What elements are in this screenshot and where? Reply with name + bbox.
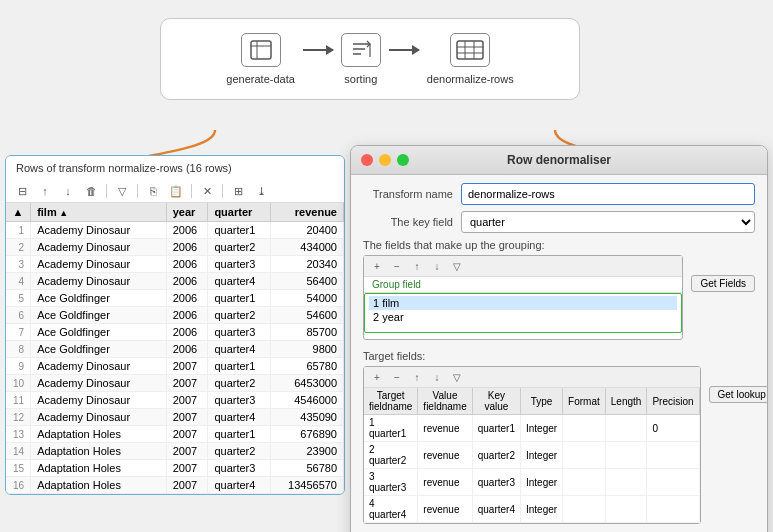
key-field-select[interactable]: quarter [461, 211, 755, 233]
target-cell: 1 quarter1 [364, 415, 418, 442]
target-cell: Integer [520, 415, 562, 442]
traffic-lights [361, 154, 409, 166]
target-cell [605, 496, 647, 523]
group-item-year[interactable]: 2 year [369, 310, 677, 324]
toolbar-export-btn[interactable]: ⤓ [251, 182, 271, 200]
tl-close[interactable] [361, 154, 373, 166]
table-cell: 435090 [270, 409, 343, 426]
group-list-box[interactable]: 1 film 2 year [364, 293, 682, 333]
table-row: 1Academy Dinosaur2006quarter120400 [6, 222, 344, 239]
toolbar-settings-btn[interactable]: ⊞ [228, 182, 248, 200]
dialog-title: Row denormaliser [507, 153, 611, 167]
toolbar-sep-2 [137, 184, 138, 198]
col-film[interactable]: film [31, 203, 167, 222]
table-cell: 2007 [166, 477, 208, 494]
target-row: 1 quarter1revenuequarter1Integer0 [364, 415, 699, 442]
col-year[interactable]: year [166, 203, 208, 222]
table-cell: 2007 [166, 409, 208, 426]
target-table-scroll[interactable]: Target fieldname Value fieldname Key val… [364, 388, 700, 523]
group-item-film[interactable]: 1 film [369, 296, 677, 310]
target-cell [647, 442, 699, 469]
table-cell: 10 [6, 375, 31, 392]
table-cell: 2006 [166, 341, 208, 358]
table-cell: Academy Dinosaur [31, 239, 167, 256]
table-row: 14Adaptation Holes2007quarter223900 [6, 443, 344, 460]
group-add-btn[interactable]: + [368, 258, 386, 274]
table-cell: 13456570 [270, 477, 343, 494]
table-cell: Ace Goldfinger [31, 324, 167, 341]
target-add-btn[interactable]: + [368, 369, 386, 385]
col-revenue[interactable]: revenue [270, 203, 343, 222]
target-cell [563, 496, 606, 523]
get-fields-btn[interactable]: Get Fields [691, 275, 755, 292]
table-cell: 2007 [166, 358, 208, 375]
node-sorting-label: sorting [344, 73, 377, 85]
table-cell: 23900 [270, 443, 343, 460]
target-table: Target fieldname Value fieldname Key val… [364, 388, 700, 523]
table-cell: Adaptation Holes [31, 443, 167, 460]
generate-data-icon [241, 33, 281, 67]
table-cell: 9800 [270, 341, 343, 358]
get-lookup-btn[interactable]: Get lookup fields [709, 386, 768, 403]
table-cell: 9 [6, 358, 31, 375]
table-cell: 54600 [270, 307, 343, 324]
table-cell: quarter2 [208, 375, 271, 392]
table-cell: 14 [6, 443, 31, 460]
toolbar-filter-btn[interactable]: ⊟ [12, 182, 32, 200]
node-sorting[interactable]: sorting [341, 33, 381, 85]
table-cell: quarter1 [208, 222, 271, 239]
table-cell: Academy Dinosaur [31, 375, 167, 392]
table-cell: quarter3 [208, 324, 271, 341]
table-cell: 5 [6, 290, 31, 307]
table-cell: 7 [6, 324, 31, 341]
table-cell: 4546000 [270, 392, 343, 409]
table-cell: 65780 [270, 358, 343, 375]
table-cell: quarter3 [208, 460, 271, 477]
toolbar-up-btn[interactable]: ↑ [35, 182, 55, 200]
table-cell: 2006 [166, 324, 208, 341]
target-toolbar: + − ↑ ↓ ▽ [364, 367, 700, 388]
toolbar-copy-btn[interactable]: ⎘ [143, 182, 163, 200]
table-cell: Academy Dinosaur [31, 256, 167, 273]
group-filter-btn[interactable]: ▽ [448, 258, 466, 274]
table-cell: 2007 [166, 443, 208, 460]
tl-minimize[interactable] [379, 154, 391, 166]
toolbar-close-btn[interactable]: ✕ [197, 182, 217, 200]
target-label: Target fields: [363, 350, 755, 362]
table-cell: quarter4 [208, 273, 271, 290]
transform-name-row: Transform name [363, 183, 755, 205]
transform-name-input[interactable] [461, 183, 755, 205]
toolbar-funnel-btn[interactable]: ▽ [112, 182, 132, 200]
target-section: + − ↑ ↓ ▽ Target fieldname Value fieldna… [363, 366, 755, 530]
target-filter-btn[interactable]: ▽ [448, 369, 466, 385]
group-down-btn[interactable]: ↓ [428, 258, 446, 274]
target-cell: quarter4 [472, 496, 520, 523]
col-quarter[interactable]: quarter [208, 203, 271, 222]
group-up-btn[interactable]: ↑ [408, 258, 426, 274]
target-sub-panel: + − ↑ ↓ ▽ Target fieldname Value fieldna… [363, 366, 701, 524]
table-cell: 11 [6, 392, 31, 409]
node-generate-data[interactable]: generate-data [226, 33, 295, 85]
tl-maximize[interactable] [397, 154, 409, 166]
table-cell: quarter2 [208, 307, 271, 324]
node-denormalize-rows[interactable]: denormalize-rows [427, 33, 514, 85]
table-row: 10Academy Dinosaur2007quarter26453000 [6, 375, 344, 392]
table-cell: Academy Dinosaur [31, 392, 167, 409]
grouping-section: + − ↑ ↓ ▽ Group field 1 film 2 year Get … [363, 255, 755, 346]
target-down-btn[interactable]: ↓ [428, 369, 446, 385]
target-del-btn[interactable]: − [388, 369, 406, 385]
table-cell: 2006 [166, 307, 208, 324]
table-row: 13Adaptation Holes2007quarter1676890 [6, 426, 344, 443]
table-cell: 54000 [270, 290, 343, 307]
data-table: ▲ film year quarter revenue 1Academy Din… [6, 203, 344, 494]
node-generate-data-label: generate-data [226, 73, 295, 85]
toolbar-delete-btn[interactable]: 🗑 [81, 182, 101, 200]
target-cell: revenue [418, 496, 472, 523]
toolbar-down-btn[interactable]: ↓ [58, 182, 78, 200]
table-cell: 2007 [166, 426, 208, 443]
th-length: Length [605, 388, 647, 415]
toolbar-paste-btn[interactable]: 📋 [166, 182, 186, 200]
target-up-btn[interactable]: ↑ [408, 369, 426, 385]
table-scroll[interactable]: ▲ film year quarter revenue 1Academy Din… [6, 203, 344, 494]
group-del-btn[interactable]: − [388, 258, 406, 274]
